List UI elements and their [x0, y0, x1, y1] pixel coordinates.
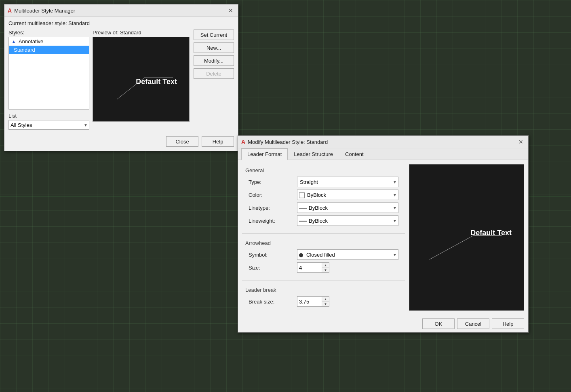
mml-preview-panel: Default Text [409, 164, 524, 311]
mml-color-row: Color: ByBlock ByLayer ▼ [245, 190, 402, 200]
mlm-delete-button[interactable]: Delete [194, 68, 234, 79]
mml-divider-2 [242, 280, 405, 280]
mml-size-up-button[interactable]: ▲ [322, 263, 329, 268]
mml-type-select-wrapper: Straight Spline None ▼ [297, 177, 398, 187]
mlm-preview-canvas: Default Text [93, 37, 190, 122]
mml-break-size-spinner: ▲ ▼ [322, 297, 329, 306]
mml-tab-leader-structure[interactable]: Leader Structure [288, 148, 339, 160]
mml-arrowhead-title: Arrowhead [245, 240, 402, 246]
mlm-body: Styles: ▲ Annotative Standard List [8, 30, 234, 130]
mlm-preview-text: Default Text [136, 78, 177, 86]
mml-size-input[interactable] [297, 263, 322, 272]
mlm-style-annotative[interactable]: ▲ Annotative [9, 37, 89, 46]
mml-type-control: Straight Spline None ▼ [297, 177, 398, 187]
mml-linetype-select-wrapper: ByBlock ByLayer ▼ [297, 202, 398, 213]
mlm-modify-button[interactable]: Modify... [194, 55, 234, 66]
mml-leader-break-title: Leader break [245, 287, 402, 293]
mlm-style-standard[interactable]: Standard [9, 46, 89, 54]
mml-leader-break-section: Leader break Break size: ▲ ▼ [242, 284, 405, 311]
mml-color-select[interactable]: ByBlock ByLayer [297, 190, 398, 200]
mml-cancel-button[interactable]: Cancel [457, 318, 489, 329]
mml-ok-button[interactable]: OK [422, 318, 455, 329]
mlm-close-footer-button[interactable]: Close [166, 136, 198, 147]
mlm-annotative-label: Annotative [19, 38, 43, 44]
mlm-footer: Close Help [8, 135, 234, 148]
mml-preview-svg [409, 164, 524, 310]
mlm-help-button[interactable]: Help [202, 136, 234, 147]
mml-body: General Type: Straight Spline None [238, 160, 528, 315]
mml-size-input-wrapper: ▲ ▼ [297, 262, 329, 273]
mml-break-size-label: Break size: [249, 299, 297, 305]
mlm-right-panel: Set Current New... Modify... Delete [194, 30, 234, 130]
mml-symbol-select[interactable]: Closed filled Closed blank Closed Dot Ar… [297, 249, 398, 260]
mlm-list-dropdown[interactable]: All Styles Styles in use [8, 120, 89, 130]
mml-lineweight-select[interactable]: ByBlock ByLayer [297, 215, 398, 226]
mml-title: Modify Multileader Style: Standard [248, 139, 328, 145]
mlm-center-panel: Preview of: Standard Default Text [93, 30, 190, 130]
mlm-list-label: List [8, 113, 89, 119]
mlm-left-panel: Styles: ▲ Annotative Standard List [8, 30, 89, 130]
mml-linetype-label: Linetype: [249, 205, 297, 211]
mml-lineweight-control: ByBlock ByLayer ▼ [297, 215, 398, 226]
mml-break-size-row: Break size: ▲ ▼ [245, 296, 402, 307]
mml-general-title: General [245, 167, 402, 173]
mlm-set-current-button[interactable]: Set Current [194, 30, 234, 40]
mlm-titlebar-left: A Multileader Style Manager [8, 7, 75, 14]
mlm-preview-label: Preview of: Standard [93, 30, 190, 36]
mml-lineweight-select-wrapper: ByBlock ByLayer ▼ [297, 215, 398, 226]
mlm-new-button[interactable]: New... [194, 42, 234, 53]
mml-general-section: General Type: Straight Spline None [242, 164, 405, 230]
mlm-styles-list[interactable]: ▲ Annotative Standard [8, 37, 89, 110]
mml-type-row: Type: Straight Spline None ▼ [245, 177, 402, 187]
mml-tab-leader-format[interactable]: Leader Format [241, 148, 288, 160]
mlm-close-button[interactable]: ✕ [227, 6, 235, 15]
mml-break-size-input[interactable] [297, 297, 322, 306]
mlm-annotative-icon: ▲ [11, 39, 16, 44]
mlm-current-style: Current multileader style: Standard [8, 20, 234, 26]
mml-type-select[interactable]: Straight Spline None [297, 177, 398, 187]
mml-size-row: Size: ▲ ▼ [245, 262, 402, 273]
mml-color-control: ByBlock ByLayer ▼ [297, 190, 398, 200]
mml-form-panel: General Type: Straight Spline None [242, 164, 405, 311]
mlm-content: Current multileader style: Standard Styl… [4, 17, 238, 151]
mml-tab-content[interactable]: Content [339, 148, 370, 160]
mml-arrowhead-section: Arrowhead Symbol: Closed filled Closed b… [242, 237, 405, 277]
mml-symbol-label: Symbol: [249, 252, 297, 258]
mml-color-select-wrapper: ByBlock ByLayer ▼ [297, 190, 398, 200]
mml-preview-text: Default Text [470, 229, 512, 237]
mml-titlebar-left: A Modify Multileader Style: Standard [241, 139, 328, 145]
mml-footer: OK Cancel Help [238, 315, 528, 332]
mml-titlebar[interactable]: A Modify Multileader Style: Standard ✕ [238, 136, 528, 148]
mml-lineweight-row: Lineweight: ByBlock ByLayer ▼ [245, 215, 402, 226]
mml-size-control: ▲ ▼ [297, 262, 398, 273]
mml-size-spinner: ▲ ▼ [322, 263, 329, 272]
mml-break-size-up-button[interactable]: ▲ [322, 297, 329, 301]
mml-content: Leader Format Leader Structure Content G… [238, 148, 528, 332]
mml-type-label: Type: [249, 179, 297, 185]
mml-break-size-down-button[interactable]: ▼ [322, 301, 329, 306]
mml-size-label: Size: [249, 265, 297, 271]
mml-color-label: Color: [249, 192, 297, 198]
mml-close-button[interactable]: ✕ [517, 138, 525, 146]
mml-linetype-select[interactable]: ByBlock ByLayer [297, 202, 398, 213]
mml-symbol-control: Closed filled Closed blank Closed Dot Ar… [297, 249, 398, 260]
mml-linetype-control: ByBlock ByLayer ▼ [297, 202, 398, 213]
mlm-standard-label: Standard [14, 47, 35, 53]
mlm-styles-label: Styles: [8, 30, 89, 36]
mml-symbol-select-wrapper: Closed filled Closed blank Closed Dot Ar… [297, 249, 398, 260]
mml-divider-1 [242, 233, 405, 234]
autocad-icon: A [8, 7, 12, 14]
mml-break-size-input-wrapper: ▲ ▼ [297, 296, 329, 307]
mml-size-down-button[interactable]: ▼ [322, 268, 329, 272]
mml-tabs: Leader Format Leader Structure Content [238, 148, 528, 160]
svg-line-2 [430, 236, 474, 260]
mlm-list-dropdown-wrapper: All Styles Styles in use ▼ [8, 120, 89, 130]
mlm-titlebar[interactable]: A Multileader Style Manager ✕ [4, 4, 238, 17]
mlm-title: Multileader Style Manager [14, 8, 75, 14]
multileader-style-manager-dialog: A Multileader Style Manager ✕ Current mu… [4, 4, 238, 151]
mml-autocad-icon: A [241, 139, 245, 145]
mml-lineweight-label: Lineweight: [249, 218, 297, 224]
mlm-list-section: List All Styles Styles in use ▼ [8, 113, 89, 130]
mml-help-footer-button[interactable]: Help [492, 318, 524, 329]
mml-linetype-row: Linetype: ByBlock ByLayer ▼ [245, 202, 402, 213]
